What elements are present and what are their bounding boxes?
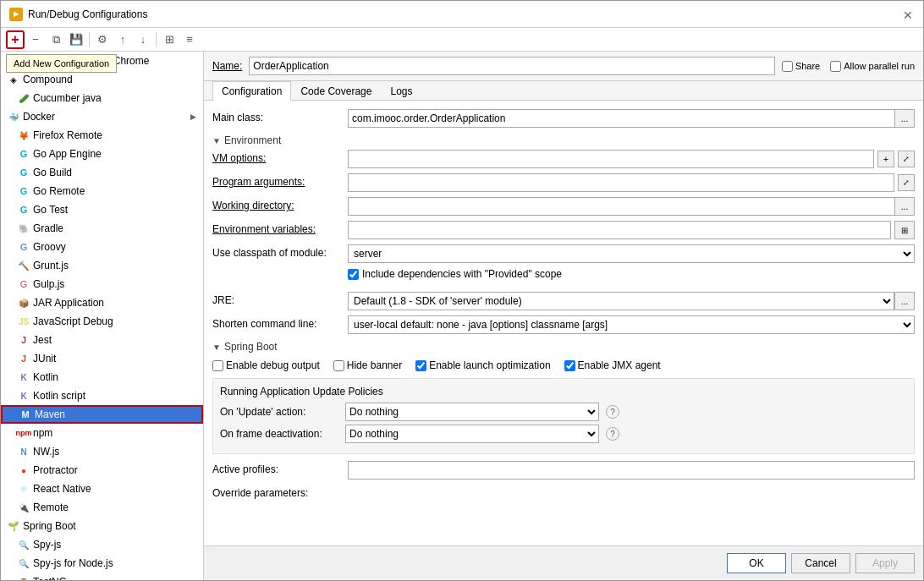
on-update-help-icon[interactable]: ? <box>606 405 619 419</box>
sidebar-item-go-build[interactable]: G Go Build <box>1 163 203 182</box>
sidebar-item-label: Go Build <box>33 167 72 178</box>
sidebar-item-groovy[interactable]: G Groovy <box>1 238 203 256</box>
sidebar-item-npm[interactable]: npm npm <box>1 424 203 442</box>
enable-debug-checkbox[interactable] <box>212 360 223 371</box>
name-input[interactable] <box>249 57 775 75</box>
sort-button[interactable]: ≡ <box>180 30 199 49</box>
sidebar-item-firefox-remote[interactable]: 🦊 Firefox Remote <box>1 126 203 145</box>
program-args-expand-button[interactable]: ⤢ <box>898 174 915 191</box>
hide-banner-checkbox[interactable] <box>333 360 344 371</box>
environment-section-header[interactable]: ▼ Environment <box>212 134 915 146</box>
include-deps-text: Include dependencies with "Provided" sco… <box>362 268 562 280</box>
program-args-input[interactable] <box>348 173 894 192</box>
sidebar-item-label: Go Remote <box>33 185 85 197</box>
main-class-control: ... <box>348 109 915 128</box>
spring-boot-header[interactable]: ▼ Spring Boot <box>212 341 915 353</box>
jre-browse-button[interactable]: ... <box>894 292 915 310</box>
sidebar-item-protractor[interactable]: ● Protractor <box>1 461 203 480</box>
ok-button[interactable]: OK <box>727 553 786 573</box>
parallel-checkbox[interactable] <box>830 61 841 72</box>
on-frame-select[interactable]: Do nothing Update classes and resources … <box>345 425 599 443</box>
copy-button[interactable]: ⧉ <box>47 30 65 49</box>
move-down-button[interactable]: ↓ <box>134 30 152 49</box>
go-build-icon: G <box>18 167 30 178</box>
jest-icon: J <box>18 334 30 346</box>
sidebar-item-label: JUnit <box>33 353 56 364</box>
env-vars-label: Environment variables: <box>212 221 348 235</box>
remove-button[interactable]: − <box>26 30 45 49</box>
sidebar-item-docker[interactable]: 🐳 Docker ▶ <box>1 107 203 126</box>
sidebar-item-label: Spy-js <box>33 539 61 551</box>
jre-control: Default (1.8 - SDK of 'server' module) .… <box>348 292 915 310</box>
sidebar-item-testng[interactable]: T TestNG <box>1 573 203 580</box>
sidebar-item-kotlin[interactable]: K Kotlin <box>1 368 203 386</box>
move-up-button[interactable]: ↑ <box>113 30 132 49</box>
on-frame-label: On frame deactivation: <box>220 428 338 440</box>
include-deps-checkbox[interactable] <box>348 269 359 280</box>
enable-jmx-checkbox[interactable] <box>564 360 575 371</box>
sidebar-item-remote[interactable]: 🔌 Remote <box>1 498 203 517</box>
vm-options-input[interactable] <box>348 150 874 168</box>
on-update-row: On 'Update' action: Do nothing Update cl… <box>220 403 907 421</box>
share-checkbox[interactable] <box>782 61 793 72</box>
run-debug-configurations-window: ▶ Run/Debug Configurations ✕ + Add New C… <box>0 0 924 581</box>
tab-logs[interactable]: Logs <box>381 81 421 101</box>
group-button[interactable]: ⊞ <box>160 30 179 49</box>
npm-icon: npm <box>18 427 30 439</box>
sidebar-item-grunt[interactable]: 🔨 Grunt.js <box>1 256 203 275</box>
shorten-cmd-select[interactable]: user-local default: none - java [options… <box>348 315 915 334</box>
main-class-input[interactable] <box>348 109 894 128</box>
enable-launch-checkbox[interactable] <box>415 360 426 371</box>
main-class-browse-button[interactable]: ... <box>894 109 915 128</box>
sidebar-item-go-remote[interactable]: G Go Remote <box>1 182 203 200</box>
close-button[interactable]: ✕ <box>903 8 915 20</box>
sidebar-item-jar[interactable]: 📦 JAR Application <box>1 293 203 312</box>
jre-select-group: Default (1.8 - SDK of 'server' module) .… <box>348 292 915 310</box>
vm-options-add-button[interactable]: + <box>877 151 894 167</box>
on-update-select[interactable]: Do nothing Update classes and resources … <box>345 403 599 421</box>
env-vars-input[interactable] <box>348 221 891 239</box>
save-button[interactable]: 💾 <box>67 30 85 49</box>
sidebar-item-go-test[interactable]: G Go Test <box>1 200 203 219</box>
working-dir-browse-button[interactable]: ... <box>894 197 915 216</box>
spy-js-icon: 🔍 <box>18 539 30 551</box>
env-vars-control: ⊞ <box>348 221 915 239</box>
working-dir-row: Working directory: ... <box>212 197 915 216</box>
program-args-label: Program arguments: <box>212 173 348 188</box>
sidebar-item-label: Firefox Remote <box>33 129 102 141</box>
sidebar-item-compound[interactable]: ◈ Compound <box>1 70 203 89</box>
sidebar-item-nwjs[interactable]: N NW.js <box>1 442 203 461</box>
config-panel: Main class: ... ▼ Environment <box>204 101 923 545</box>
settings-button[interactable]: ⚙ <box>93 30 112 49</box>
apply-button[interactable]: Apply <box>855 553 915 573</box>
sidebar-item-spring-boot[interactable]: 🌱 Spring Boot <box>1 517 203 535</box>
sidebar-item-label: Kotlin script <box>33 390 85 402</box>
sidebar-item-spy-js-node[interactable]: 🔍 Spy-js for Node.js <box>1 554 203 573</box>
sidebar-item-maven[interactable]: M Maven <box>1 405 203 424</box>
tab-code-coverage[interactable]: Code Coverage <box>291 81 381 101</box>
sidebar-item-go-app-engine[interactable]: G Go App Engine <box>1 145 203 163</box>
add-configuration-button[interactable]: + <box>6 30 25 49</box>
sidebar-item-junit[interactable]: J JUnit <box>1 349 203 368</box>
vm-options-expand-button[interactable]: ⤢ <box>898 151 915 167</box>
sidebar-item-kotlin-script[interactable]: K Kotlin script <box>1 386 203 405</box>
sidebar-item-js-debug[interactable]: JS JavaScript Debug <box>1 312 203 331</box>
sidebar-item-gradle[interactable]: 🐘 Gradle <box>1 219 203 238</box>
include-deps-label: Include dependencies with "Provided" sco… <box>348 268 562 280</box>
jre-select[interactable]: Default (1.8 - SDK of 'server' module) <box>348 292 894 310</box>
sidebar-item-spy-js[interactable]: 🔍 Spy-js <box>1 535 203 554</box>
sidebar-item-label: npm <box>33 427 52 439</box>
sidebar-item-react-native[interactable]: ⚛ React Native <box>1 480 203 498</box>
working-dir-input[interactable] <box>348 197 894 216</box>
classpath-select[interactable]: server <box>348 244 915 263</box>
sidebar-item-cucumber[interactable]: 🥒 Cucumber java <box>1 89 203 107</box>
sidebar-item-jest[interactable]: J Jest <box>1 331 203 349</box>
env-vars-browse-button[interactable]: ⊞ <box>894 221 915 239</box>
spring-boot-icon: 🌱 <box>8 520 19 532</box>
active-profiles-input[interactable] <box>348 461 915 480</box>
tab-configuration[interactable]: Configuration <box>212 81 291 101</box>
on-frame-help-icon[interactable]: ? <box>606 427 619 441</box>
sidebar-item-gulp[interactable]: G Gulp.js <box>1 275 203 293</box>
spring-boot-label: Spring Boot <box>224 341 278 353</box>
cancel-button[interactable]: Cancel <box>791 553 850 573</box>
